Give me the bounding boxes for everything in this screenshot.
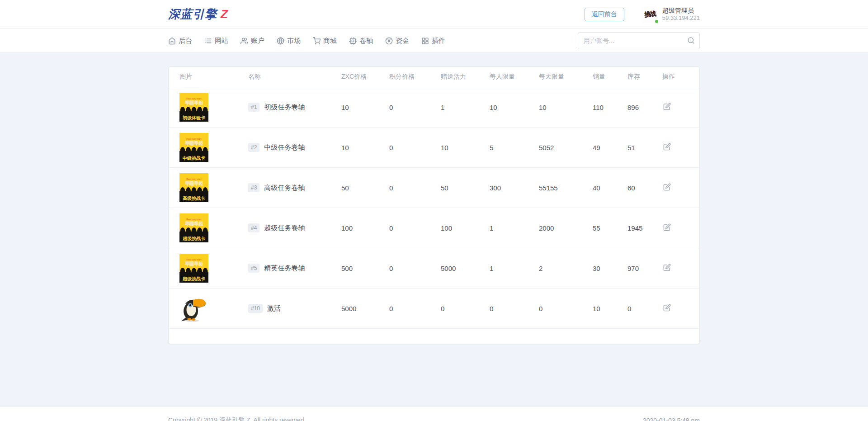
avatar[interactable]: 挑战 [642, 6, 658, 23]
zxc-price-cell: 10 [341, 87, 389, 128]
svg-text:早睡早起: 早睡早起 [185, 181, 203, 186]
nav-label: 市场 [287, 37, 301, 45]
rank-badge: #10 [248, 304, 263, 313]
zxc-price-cell: 50 [341, 168, 389, 208]
nav-item-scrolls[interactable]: 卷轴 [349, 37, 373, 45]
points-price-cell: 0 [389, 168, 441, 208]
item-image-card: Real busy start早睡早起高级挑战卡 [179, 173, 208, 202]
col-stock: 库存 [627, 67, 662, 87]
sales-cell: 110 [593, 87, 627, 128]
col-name: 名称 [248, 67, 341, 87]
copyright-text: Copyright © 2019 深蓝引擎 Z. All rights rese… [168, 416, 306, 421]
per-person-limit-cell: 300 [490, 168, 539, 208]
search-icon[interactable] [687, 37, 695, 44]
edit-icon [663, 143, 671, 151]
gift-vitality-cell: 50 [441, 168, 490, 208]
nav-item-mall[interactable]: 商城 [313, 37, 337, 45]
svg-text:早睡早起: 早睡早起 [185, 261, 203, 266]
user-name: 超级管理员 [662, 7, 700, 15]
sales-cell: 55 [593, 208, 627, 248]
grid-icon [421, 37, 429, 45]
gift-vitality-cell: 1 [441, 87, 490, 128]
user-ip: 59.33.194.221 [662, 14, 700, 22]
logo[interactable]: 深蓝引擎 Z [168, 6, 228, 22]
nav-label: 网站 [215, 37, 228, 45]
rank-badge: #5 [248, 264, 259, 273]
back-to-front-button[interactable]: 返回前台 [585, 8, 624, 21]
table-row: Real busy start早睡早起超级挑战卡 #5精英任务卷轴 500 0 … [169, 248, 699, 289]
per-person-limit-cell: 1 [490, 208, 539, 248]
svg-text:Real busy start: Real busy start [186, 178, 202, 180]
logo-text: 深蓝引擎 [168, 6, 217, 22]
points-price-cell: 0 [389, 248, 441, 289]
user-account-search-input[interactable] [578, 32, 700, 49]
col-per-person-limit: 每人限量 [490, 67, 539, 87]
points-price-cell: 0 [389, 128, 441, 168]
page-footer: Copyright © 2019 深蓝引擎 Z. All rights rese… [0, 406, 868, 421]
col-gift-vitality: 赠送活力 [441, 67, 490, 87]
stock-cell: 970 [627, 248, 662, 289]
zxc-price-cell: 500 [341, 248, 389, 289]
svg-text:早睡早起: 早睡早起 [185, 221, 203, 226]
item-image-card: Real busy start早睡早起超级挑战卡 [179, 213, 208, 242]
item-name: 初级任务卷轴 [264, 103, 305, 111]
daily-limit-cell: 0 [539, 289, 593, 329]
gift-vitality-cell: 10 [441, 128, 490, 168]
nav-item-accounts[interactable]: 账户 [241, 37, 264, 45]
nav-label: 商城 [323, 37, 337, 45]
sales-cell: 30 [593, 248, 627, 289]
items-table-card: 图片 名称 ZXC价格 积分价格 赠送活力 每人限量 每天限量 销量 库存 操作 [168, 66, 700, 344]
edit-button[interactable] [662, 102, 672, 113]
sales-cell: 10 [593, 289, 627, 329]
card-bottom-spacer [169, 329, 699, 344]
item-image-card: Real busy start早睡早起初级体验卡 [179, 93, 208, 122]
sales-cell: 40 [593, 168, 627, 208]
col-image: 图片 [169, 67, 248, 87]
edit-button[interactable] [662, 142, 672, 153]
gift-vitality-cell: 0 [441, 289, 490, 329]
table-row: #10激活 5000 0 0 0 0 10 0 [169, 289, 699, 329]
nav-label: 后台 [179, 37, 192, 45]
stock-cell: 60 [627, 168, 662, 208]
home-icon [168, 37, 176, 45]
edit-button[interactable] [662, 303, 672, 314]
item-name: 激活 [267, 304, 281, 312]
item-name: 高级任务卷轴 [264, 184, 305, 191]
stock-cell: 896 [627, 87, 662, 128]
table-row: Real busy start早睡早起超级挑战卡 #4超级任务卷轴 100 0 … [169, 208, 699, 248]
col-sales: 销量 [593, 67, 627, 87]
edit-button[interactable] [662, 182, 672, 193]
edit-button[interactable] [662, 263, 672, 274]
item-image-card: Real busy start早睡早起超级挑战卡 [179, 254, 208, 283]
daily-limit-cell: 5052 [539, 128, 593, 168]
stock-cell: 1945 [627, 208, 662, 248]
daily-limit-cell: 2 [539, 248, 593, 289]
nav-item-website[interactable]: 网站 [204, 37, 228, 45]
table-row: Real busy start早睡早起中级挑战卡 #2中级任务卷轴 10 0 1… [169, 128, 699, 168]
table-header-row: 图片 名称 ZXC价格 积分价格 赠送活力 每人限量 每天限量 销量 库存 操作 [169, 67, 699, 87]
nav-item-market[interactable]: 市场 [277, 37, 301, 45]
item-image-toucan [179, 294, 208, 323]
nav-item-backend[interactable]: 后台 [168, 37, 192, 45]
nav-item-funds[interactable]: 资金 [385, 37, 409, 45]
svg-text:超级挑战卡: 超级挑战卡 [182, 276, 205, 281]
rank-badge: #2 [248, 143, 259, 152]
top-header-bar: 深蓝引擎 Z 返回前台 挑战 超级管理员 59.33.194.221 [0, 0, 868, 28]
col-points-price: 积分价格 [389, 67, 441, 87]
per-person-limit-cell: 0 [490, 289, 539, 329]
edit-button[interactable] [662, 222, 672, 233]
svg-text:Real busy start: Real busy start [186, 258, 202, 261]
daily-limit-cell: 2000 [539, 208, 593, 248]
nav-label: 卷轴 [359, 37, 373, 45]
nav-label: 插件 [432, 37, 445, 45]
points-price-cell: 0 [389, 289, 441, 329]
users-icon [241, 37, 248, 45]
svg-text:早睡早起: 早睡早起 [185, 100, 203, 105]
rank-badge: #3 [248, 183, 259, 192]
sales-cell: 49 [593, 128, 627, 168]
globe-icon [277, 37, 284, 45]
nav-item-plugins[interactable]: 插件 [421, 37, 445, 45]
rank-badge: #1 [248, 103, 259, 112]
zxc-price-cell: 10 [341, 128, 389, 168]
item-image-card: Real busy start早睡早起中级挑战卡 [179, 133, 208, 162]
